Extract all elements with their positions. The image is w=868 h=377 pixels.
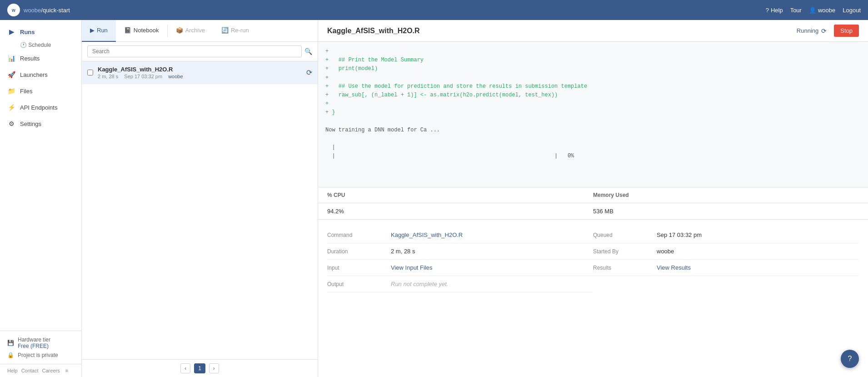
metrics-header: % CPU Memory Used [318, 187, 868, 203]
command-link[interactable]: Kaggle_AfSIS_with_H2O.R [391, 231, 463, 238]
archive-icon: 📦 [176, 27, 183, 34]
memory-header: Memory Used [593, 192, 859, 198]
content-area: ▶ Run 📓 Notebook 📦 Archive 🔄 Re-run [82, 20, 868, 377]
duration-label: Duration [327, 248, 391, 255]
files-icon: 📁 [7, 87, 15, 95]
app-title: woobe/quick-start [24, 7, 70, 14]
footer-help-link[interactable]: Help [7, 368, 18, 373]
sidebar: ▶ Runs 🕐 Schedule 📊 Results 🚀 Launchers … [0, 20, 82, 377]
runs-icon: ▶ [7, 28, 15, 36]
help-link[interactable]: ? Help [766, 7, 783, 14]
run-list-panel: ▶ Run 📓 Notebook 📦 Archive 🔄 Re-run [82, 20, 318, 377]
api-icon: ⚡ [7, 103, 15, 111]
rerun-button[interactable]: 🔄 Re-run [213, 20, 257, 42]
code-line: + print(model) [325, 65, 861, 73]
next-page-button[interactable]: › [209, 363, 219, 373]
footer-careers-link[interactable]: Careers [42, 368, 60, 373]
sidebar-item-api[interactable]: ⚡ API Endpoints [0, 99, 81, 116]
code-line: + [325, 47, 861, 56]
code-line: | | 0% [325, 152, 861, 161]
help-circle-button[interactable]: ? [841, 350, 859, 368]
code-line: + [325, 74, 861, 82]
archive-button[interactable]: 📦 Archive [168, 20, 213, 42]
run-checkbox[interactable] [87, 70, 93, 75]
sidebar-item-results[interactable]: 📊 Results [0, 50, 81, 66]
code-line [325, 117, 861, 126]
user-link[interactable]: 👤 woobe [809, 7, 835, 14]
run-name: Kaggle_AfSIS_with_H2O.R [98, 66, 306, 73]
brand-link[interactable]: woobe [24, 7, 41, 14]
view-results-link[interactable]: View Results [657, 264, 691, 271]
status-spinner-icon: ⟳ [821, 27, 827, 35]
run-user: woobe [168, 74, 183, 79]
run-duration: 2 m, 28 s [98, 74, 118, 79]
queued-label: Queued [593, 232, 657, 238]
run-detail-header: Kaggle_AfSIS_with_H2O.R Running ⟳ Stop [318, 20, 868, 42]
app-logo[interactable]: w [7, 4, 20, 16]
cpu-value: 94.2% [327, 208, 593, 215]
run-status: Running ⟳ [797, 27, 827, 35]
input-value: View Input Files [391, 264, 593, 271]
code-line: + } [325, 108, 861, 117]
run-detail-panel: Kaggle_AfSIS_with_H2O.R Running ⟳ Stop +… [318, 20, 868, 377]
sidebar-item-launchers[interactable]: 🚀 Launchers [0, 66, 81, 83]
results-icon: 📊 [7, 54, 15, 62]
run-button[interactable]: ▶ Run [82, 20, 116, 42]
notebook-button[interactable]: 📓 Notebook [116, 20, 167, 42]
code-line: + [325, 100, 861, 108]
run-list-pagination: ‹ 1 › [82, 359, 318, 377]
search-input[interactable] [87, 45, 302, 57]
run-detail-title: Kaggle_AfSIS_with_H2O.R [327, 27, 797, 35]
sidebar-footer: 💾 Hardware tier Free (FREE) 🔒 Project is… [0, 331, 81, 364]
page-1-button[interactable]: 1 [194, 363, 205, 373]
clock-icon: 🕐 [20, 42, 27, 48]
memory-value: 536 MB [593, 208, 859, 215]
run-list-item[interactable]: Kaggle_AfSIS_with_H2O.R 2 m, 28 s Sep 17… [82, 61, 318, 84]
hardware-icon: 💾 [7, 340, 14, 346]
sidebar-bottom-links: Help Contact Careers ≡ [0, 364, 81, 377]
prev-page-button[interactable]: ‹ [180, 363, 190, 373]
user-icon: 👤 [809, 7, 816, 14]
search-button[interactable]: 🔍 [304, 48, 312, 55]
details-section: Command Kaggle_AfSIS_with_H2O.R Queued S… [318, 220, 868, 377]
duration-row: Duration 2 m, 28 s [327, 243, 593, 260]
logout-link[interactable]: Logout [843, 7, 861, 14]
sidebar-item-schedule[interactable]: 🕐 Schedule [0, 40, 81, 50]
code-line: | [325, 143, 861, 152]
command-label: Command [327, 232, 391, 238]
stop-button[interactable]: Stop [834, 25, 859, 37]
footer-menu-icon[interactable]: ≡ [65, 368, 68, 373]
run-list: Kaggle_AfSIS_with_H2O.R 2 m, 28 s Sep 17… [82, 61, 318, 359]
results-value: View Results [657, 264, 859, 271]
sidebar-item-settings[interactable]: ⚙ Settings [0, 116, 81, 132]
code-output-line: Now training a DNN model for Ca ... [325, 126, 861, 135]
tour-link[interactable]: Tour [790, 7, 802, 14]
view-input-files-link[interactable]: View Input Files [391, 264, 433, 271]
settings-icon: ⚙ [7, 120, 15, 128]
lock-icon: 🔒 [7, 352, 14, 358]
started-by-label: Started By [593, 248, 657, 255]
main-layout: ▶ Runs 🕐 Schedule 📊 Results 🚀 Launchers … [0, 20, 868, 377]
cpu-header: % CPU [327, 192, 593, 198]
run-list-toolbar: ▶ Run 📓 Notebook 📦 Archive 🔄 Re-run [82, 20, 318, 42]
help-icon: ? [766, 7, 769, 14]
run-meta: 2 m, 28 s Sep 17 03:32 pm woobe [98, 74, 306, 79]
queued-row: Queued Sep 17 03:32 pm [593, 227, 859, 243]
output-value: Run not complete yet. [391, 281, 593, 287]
code-output: + + ## Print the Model Summary + print(m… [318, 42, 868, 187]
input-label: Input [327, 265, 391, 271]
sidebar-item-runs[interactable]: ▶ Runs [0, 24, 81, 40]
metrics-row: 94.2% 536 MB [318, 203, 868, 219]
topnav: w woobe/quick-start ? Help Tour 👤 woobe … [0, 0, 868, 20]
started-by-value: woobe [657, 248, 859, 255]
footer-contact-link[interactable]: Contact [21, 368, 39, 373]
rerun-icon: 🔄 [221, 27, 229, 34]
sidebar-nav: ▶ Runs 🕐 Schedule 📊 Results 🚀 Launchers … [0, 20, 81, 331]
results-row: Results View Results [593, 260, 859, 276]
launchers-icon: 🚀 [7, 70, 15, 79]
output-label: Output [327, 281, 391, 287]
command-row: Command Kaggle_AfSIS_with_H2O.R [327, 227, 593, 243]
run-status-label: Running [797, 27, 818, 34]
sidebar-item-files[interactable]: 📁 Files [0, 83, 81, 99]
notebook-icon: 📓 [124, 27, 131, 34]
